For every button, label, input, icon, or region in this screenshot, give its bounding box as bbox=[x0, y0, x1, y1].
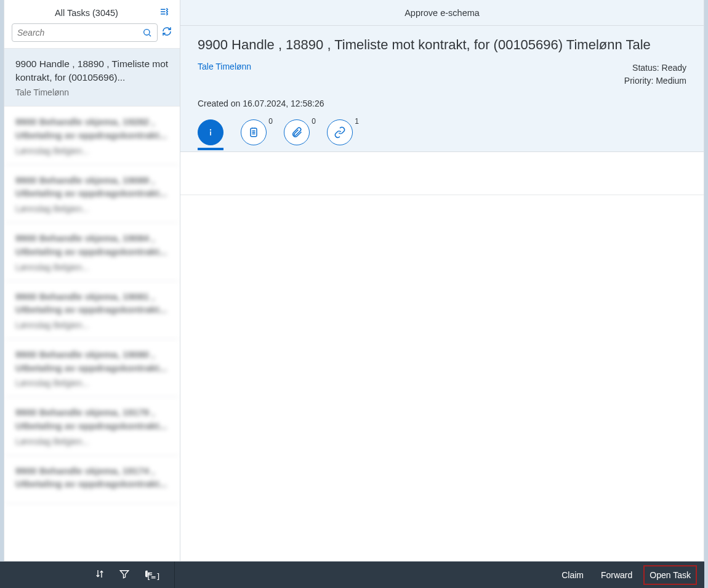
task-item-sub: Lønnslag Belgien... bbox=[15, 378, 169, 388]
task-item-title: 9900 Behandle skjema, 19089 , Utbetaling… bbox=[15, 174, 169, 200]
task-item-title: 9900 Behandle skjema, 19081 , Utbetaling… bbox=[15, 290, 169, 316]
open-task-button[interactable]: Open Task bbox=[643, 565, 697, 585]
footer-right: Claim Forward Open Task bbox=[175, 562, 704, 588]
task-item[interactable]: 9900 Behandle skjema, 19084 , Utbetaling… bbox=[4, 223, 180, 281]
task-item[interactable]: 9900 Behandle skjema, 19282 , Utbetaling… bbox=[4, 107, 180, 164]
task-item[interactable]: 9900 Handle , 18890 , Timeliste mot kont… bbox=[4, 49, 180, 107]
task-item[interactable]: 9900 Behandle skjema, 19179 , Utbetaling… bbox=[4, 397, 180, 455]
detail-header: 9900 Handle , 18890 , Timeliste mot kont… bbox=[180, 26, 704, 151]
task-item-sub: Tale Timelønn bbox=[15, 87, 169, 97]
tab-attachments[interactable]: 0 bbox=[284, 119, 310, 150]
notes-icon bbox=[247, 126, 260, 139]
footer: [=] Claim Forward Open Task bbox=[0, 562, 704, 588]
task-settings-icon[interactable] bbox=[159, 6, 170, 20]
attachment-icon bbox=[291, 126, 303, 139]
task-item-sub: Lønnslag Belgien... bbox=[15, 204, 169, 214]
tab-info[interactable] bbox=[198, 119, 223, 150]
detail-body bbox=[180, 151, 704, 561]
priority-value: Medium bbox=[656, 76, 686, 86]
task-item-title: 9900 Behandle skjema, 19174 , Utbetaling… bbox=[15, 464, 169, 491]
search-row bbox=[4, 23, 180, 48]
sidebar-header: All Tasks (3045) bbox=[4, 0, 180, 23]
task-item-title: 9900 Behandle skjema, 19179 , Utbetaling… bbox=[15, 406, 169, 432]
task-item[interactable]: 9900 Behandle skjema, 19174 , Utbetaling… bbox=[4, 456, 180, 504]
attachments-count: 0 bbox=[312, 117, 316, 126]
svg-rect-6 bbox=[210, 131, 211, 135]
task-item-sub: Lønnslag Belgien... bbox=[15, 146, 169, 156]
filter-icon[interactable] bbox=[119, 568, 130, 582]
links-count: 1 bbox=[355, 117, 359, 126]
svg-marker-13 bbox=[120, 570, 129, 578]
search-icon[interactable] bbox=[142, 28, 152, 38]
detail-title: 9900 Handle , 18890 , Timeliste mot kont… bbox=[198, 37, 686, 53]
forward-button[interactable]: Forward bbox=[595, 565, 638, 585]
task-item-title: 9900 Behandle skjema, 19282 , Utbetaling… bbox=[15, 115, 169, 142]
status-value: Ready bbox=[662, 63, 686, 73]
task-item[interactable]: 9900 Behandle skjema, 19089 , Utbetaling… bbox=[4, 165, 180, 223]
svg-line-4 bbox=[149, 34, 151, 36]
search-input[interactable] bbox=[17, 28, 142, 38]
task-item[interactable]: 9900 Behandle skjema, 19080 , Utbetaling… bbox=[4, 339, 180, 397]
main-header-title: Approve e-schema bbox=[404, 8, 480, 18]
link-icon bbox=[334, 126, 346, 139]
refresh-button[interactable] bbox=[161, 26, 172, 39]
claim-button[interactable]: Claim bbox=[555, 565, 590, 585]
main-panel: Approve e-schema 9900 Handle , 18890 , T… bbox=[180, 0, 704, 561]
main-header: Approve e-schema bbox=[180, 0, 704, 26]
status-label: Status: bbox=[632, 63, 659, 73]
created-on: Created on 16.07.2024, 12:58:26 bbox=[198, 99, 686, 108]
meta-right: Status: Ready Priority: Medium bbox=[624, 62, 686, 87]
footer-left: [=] bbox=[0, 562, 175, 588]
task-item-title: 9900 Behandle skjema, 19084 , Utbetaling… bbox=[15, 232, 169, 258]
svg-point-3 bbox=[144, 30, 150, 35]
author-link[interactable]: Tale Timelønn bbox=[198, 62, 251, 71]
sidebar: All Tasks (3045) 9900 Handle , 18890 , T… bbox=[4, 0, 180, 561]
tab-notes[interactable]: 0 bbox=[241, 119, 267, 150]
search-box[interactable] bbox=[12, 23, 158, 42]
sort-icon[interactable] bbox=[94, 568, 105, 582]
task-item-sub: Lønnslag Belgien... bbox=[15, 320, 169, 330]
info-icon bbox=[204, 126, 217, 139]
notes-count: 0 bbox=[268, 117, 273, 126]
task-item-title: 9900 Behandle skjema, 19080 , Utbetaling… bbox=[15, 348, 169, 374]
priority-label: Priority: bbox=[624, 76, 653, 86]
task-list[interactable]: 9900 Handle , 18890 , Timeliste mot kont… bbox=[4, 48, 180, 561]
task-item[interactable]: 9900 Behandle skjema, 19081 , Utbetaling… bbox=[4, 281, 180, 339]
circle-tabs: 0 0 1 bbox=[198, 119, 686, 151]
task-item-title: 9900 Handle , 18890 , Timeliste mot kont… bbox=[15, 57, 169, 84]
svg-point-5 bbox=[210, 129, 211, 131]
sidebar-title: All Tasks (3045) bbox=[14, 8, 159, 18]
task-item-sub: Lønnslag Belgien... bbox=[15, 262, 169, 272]
group-icon[interactable]: [=] bbox=[143, 568, 161, 582]
tab-links[interactable]: 1 bbox=[327, 119, 353, 150]
task-item-sub: Lønnslag Belgien... bbox=[15, 437, 169, 446]
